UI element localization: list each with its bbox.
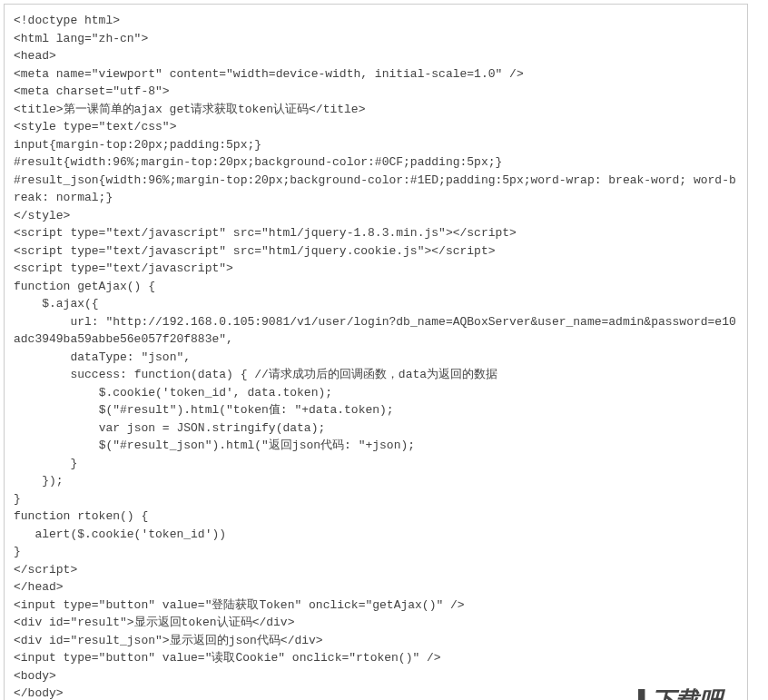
code-content: <!doctype html> <html lang="zh-cn"> <hea… [14,12,738,700]
code-snippet-box: <!doctype html> <html lang="zh-cn"> <hea… [4,4,748,700]
